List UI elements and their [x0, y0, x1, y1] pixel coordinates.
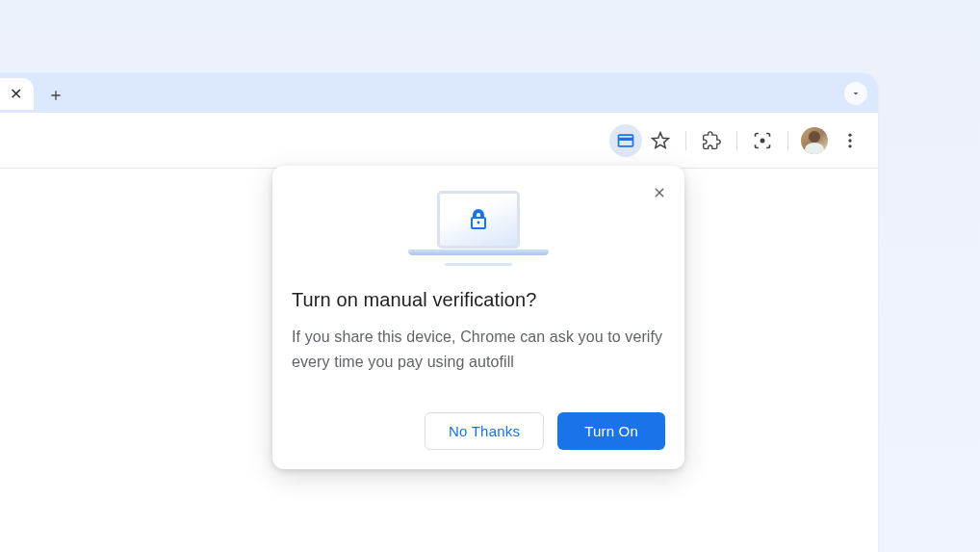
browser-tab[interactable]: ✕ — [0, 78, 34, 110]
puzzle-icon — [702, 131, 721, 150]
lock-icon — [467, 205, 490, 234]
new-tab-button[interactable] — [44, 84, 67, 107]
toolbar — [0, 113, 878, 169]
turn-on-button[interactable]: Turn On — [557, 412, 665, 450]
profile-avatar[interactable] — [801, 127, 828, 154]
toolbar-divider — [685, 131, 686, 150]
verification-dialog: Turn on manual verification? If you shar… — [272, 166, 684, 469]
tab-search-button[interactable] — [844, 82, 867, 105]
dialog-illustration — [292, 191, 665, 266]
svg-point-1 — [848, 133, 851, 136]
plus-icon — [48, 88, 64, 103]
toolbar-divider — [736, 131, 737, 150]
dialog-close-button[interactable] — [646, 179, 673, 206]
lens-icon — [753, 131, 772, 150]
bookmark-button[interactable] — [644, 124, 677, 157]
tab-strip: ✕ — [0, 73, 878, 113]
no-thanks-button[interactable]: No Thanks — [425, 412, 544, 450]
star-icon — [651, 131, 670, 150]
svg-point-4 — [477, 222, 480, 224]
dialog-actions: No Thanks Turn On — [292, 412, 665, 450]
svg-point-0 — [761, 138, 765, 143]
dialog-title: Turn on manual verification? — [292, 289, 665, 311]
dialog-body: If you share this device, Chrome can ask… — [292, 325, 665, 374]
lens-button[interactable] — [746, 124, 779, 157]
close-icon — [652, 185, 667, 200]
credit-card-icon — [616, 131, 635, 150]
menu-button[interactable] — [834, 124, 866, 157]
svg-point-3 — [848, 145, 851, 147]
payment-card-button[interactable] — [609, 124, 642, 157]
close-icon[interactable]: ✕ — [10, 87, 22, 102]
extensions-button[interactable] — [695, 124, 728, 157]
more-vert-icon — [840, 131, 860, 150]
chevron-down-icon — [850, 88, 862, 99]
svg-point-2 — [848, 139, 851, 142]
toolbar-divider — [787, 131, 788, 150]
